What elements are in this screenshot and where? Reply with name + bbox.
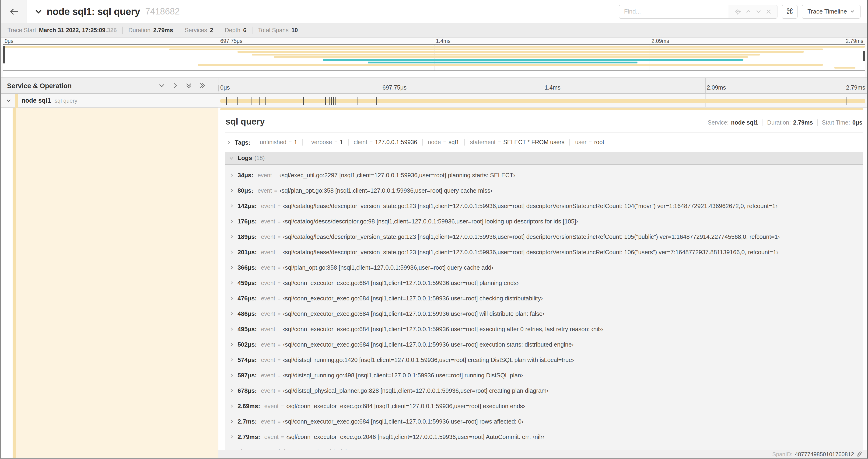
tags-row[interactable]: Tags: _unfinished = 1 _verbose	[225, 139, 863, 146]
find-suffix-controls	[728, 5, 777, 18]
find-input[interactable]	[619, 5, 728, 18]
minimap-right-scrubber-handle[interactable]	[863, 51, 865, 61]
log-field-key: event	[261, 372, 275, 379]
log-entry-row[interactable]: 2.79ms: event = ‹sql/conn_executor_exec.…	[229, 429, 863, 444]
tag-item: _verbose = 1	[302, 139, 348, 145]
timeline-minimap: 0μs 697.75μs 1.4ms 2.09ms 2.79ms	[1, 38, 867, 77]
log-entry-row[interactable]: 495μs: event = ‹sql/conn_executor_exec.g…	[229, 321, 863, 336]
view-selector-button[interactable]: Trace Timeline	[802, 4, 861, 19]
tags-list: _unfinished = 1 _verbose = 1	[250, 139, 609, 145]
log-entry-row[interactable]: 34μs: event = ‹sql/exec_util.go:2297 [ns…	[229, 167, 863, 183]
logs-title: Logs	[238, 154, 252, 161]
log-entry-row[interactable]: 476μs: event = ‹sql/conn_executor_exec.g…	[229, 290, 863, 306]
log-equals: =	[278, 296, 281, 301]
log-entry-row[interactable]: 2.69ms: event = ‹sql/conn_executor_exec.…	[229, 398, 863, 414]
log-expand-chevron-right-icon[interactable]	[229, 342, 234, 346]
log-expand-chevron-right-icon[interactable]	[229, 250, 234, 254]
log-expand-chevron-right-icon[interactable]	[229, 358, 234, 362]
ruler-gridline	[543, 78, 543, 93]
log-marker-tick	[259, 97, 260, 105]
trace-id: 7418682	[145, 6, 180, 17]
log-field-value: ‹sql/conn_executor_exec.go:2046 [nsql1,c…	[286, 433, 545, 440]
log-expand-chevron-right-icon[interactable]	[229, 373, 234, 377]
timeline-ruler: 0μs 697.75μs 1.4ms 2.09ms 2.79ms	[218, 78, 867, 93]
log-expand-chevron-right-icon[interactable]	[229, 204, 234, 208]
log-field-key: event	[261, 295, 275, 302]
log-equals: =	[278, 280, 281, 286]
expand-all-double-chevron-right-icon[interactable]	[199, 82, 206, 89]
log-expand-chevron-right-icon[interactable]	[229, 419, 234, 423]
stat-value: 2.79ms	[153, 27, 173, 34]
log-field-value: ‹sql/distsql_running.go:1420 [nsql1,clie…	[283, 356, 574, 363]
log-entry-row[interactable]: 486μs: event = ‹sql/conn_executor_exec.g…	[229, 306, 863, 321]
log-field-value: ‹sql/plan_opt.go:358 [nsql1,client=127.0…	[283, 264, 493, 271]
log-entry-row[interactable]: 142μs: event = ‹sql/catalog/lease/descri…	[229, 198, 863, 214]
tag-key: _verbose	[308, 139, 332, 145]
logs-collapse-chevron-down-icon[interactable]	[229, 156, 234, 160]
log-marker-tick	[335, 97, 336, 105]
log-expand-chevron-right-icon[interactable]	[229, 188, 234, 192]
clear-find-x-icon[interactable]	[766, 9, 771, 14]
log-expand-chevron-right-icon[interactable]	[229, 281, 234, 285]
log-entry-row[interactable]: 502μs: event = ‹sql/conn_executor_exec.g…	[229, 336, 863, 352]
span-row-timeline-cell[interactable]	[218, 94, 867, 108]
copy-link-icon[interactable]	[856, 451, 862, 457]
log-expand-chevron-right-icon[interactable]	[229, 265, 234, 269]
log-expand-chevron-right-icon[interactable]	[229, 404, 234, 408]
log-timestamp: 201μs:	[238, 249, 257, 255]
log-entry-row[interactable]: 201μs: event = ‹sql/catalog/lease/descri…	[229, 244, 863, 260]
ruler-gridline	[705, 78, 705, 93]
collapse-one-chevron-down-icon[interactable]	[158, 82, 165, 89]
log-entry-row[interactable]: 597μs: event = ‹sql/distsql_running.go:4…	[229, 367, 863, 383]
trace-stats-bar: Trace Start March 31 2022, 17:25:09.326 …	[1, 23, 867, 38]
span-detail-header: sql query Service: node sql1 Duration: 2…	[225, 117, 863, 127]
span-color-accent-strip	[12, 108, 16, 458]
stat-label: Total Spans	[258, 27, 289, 34]
log-expand-chevron-right-icon[interactable]	[229, 234, 234, 239]
log-entry-row[interactable]: 678μs: event = ‹sql/distsql_physical_pla…	[229, 383, 863, 398]
log-expand-chevron-right-icon[interactable]	[229, 312, 234, 316]
logs-header[interactable]: Logs (18)	[225, 152, 863, 164]
span-duration-bar[interactable]	[220, 99, 865, 103]
log-expand-chevron-right-icon[interactable]	[229, 434, 234, 439]
log-field-value: ‹sql/catalog/lease/descriptor_version_st…	[283, 202, 777, 209]
stat-label: Depth	[225, 27, 240, 34]
log-timestamp: 80μs:	[238, 187, 253, 194]
minimap-span-bar	[835, 67, 856, 69]
keyboard-shortcuts-button[interactable]: ⌘	[782, 4, 798, 19]
span-row-name-cell[interactable]: node sql1 sql query	[1, 94, 218, 108]
log-timestamp: 476μs:	[238, 295, 257, 302]
stat-value: March 31 2022, 17:25:09	[39, 27, 105, 34]
log-entry-row[interactable]: 2.7ms: event = ‹sql/conn_executor_exec.g…	[229, 414, 863, 429]
back-button[interactable]	[1, 0, 27, 23]
log-field-key: event	[261, 218, 275, 225]
tags-expand-chevron-right-icon[interactable]	[226, 140, 231, 144]
collapse-all-double-chevron-down-icon[interactable]	[185, 82, 192, 89]
locate-match-icon[interactable]	[734, 8, 741, 15]
minimap-left-scrubber-handle[interactable]	[3, 46, 5, 63]
minimap-canvas[interactable]	[3, 44, 865, 71]
span-operation-title: sql query	[225, 117, 265, 127]
log-entry-row[interactable]: 189μs: event = ‹sql/catalog/lease/descri…	[229, 229, 863, 244]
tag-key: _unfinished	[256, 139, 286, 145]
log-timestamp: 502μs:	[238, 341, 257, 348]
tag-equals: =	[589, 139, 592, 145]
log-expand-chevron-right-icon[interactable]	[229, 173, 234, 177]
next-match-chevron-down-icon[interactable]	[755, 8, 762, 14]
tag-key: client	[354, 139, 367, 145]
log-expand-chevron-right-icon[interactable]	[229, 296, 234, 300]
log-timestamp: 2.69ms:	[238, 402, 260, 409]
log-expand-chevron-right-icon[interactable]	[229, 388, 234, 393]
log-entry-row[interactable]: 459μs: event = ‹sql/conn_executor_exec.g…	[229, 275, 863, 290]
log-entry-row[interactable]: 80μs: event = ‹sql/plan_opt.go:358 [nsql…	[229, 183, 863, 198]
log-entry-row[interactable]: 574μs: event = ‹sql/distsql_running.go:1…	[229, 352, 863, 367]
collapse-trace-chevron-down-icon[interactable]	[34, 7, 42, 15]
log-expand-chevron-right-icon[interactable]	[229, 219, 234, 223]
log-entry-row[interactable]: 176μs: event = ‹sql/catalog/descs/descri…	[229, 214, 863, 229]
log-expand-chevron-right-icon[interactable]	[229, 327, 234, 331]
span-collapse-chevron-down-icon[interactable]	[6, 97, 12, 104]
expand-one-chevron-right-icon[interactable]	[172, 82, 179, 89]
log-entry-row[interactable]: 366μs: event = ‹sql/plan_opt.go:358 [nsq…	[229, 260, 863, 275]
tag-item: statement = SELECT * FROM users	[464, 139, 569, 145]
prev-match-chevron-up-icon[interactable]	[745, 8, 751, 14]
